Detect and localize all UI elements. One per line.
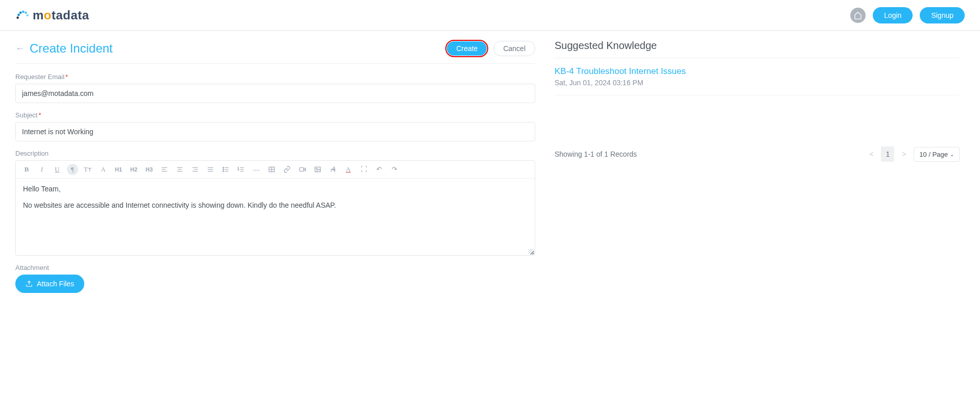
pager-page-current[interactable]: 1 [881, 146, 894, 162]
horizontal-rule-icon[interactable]: — [251, 164, 262, 175]
align-right-icon[interactable] [189, 164, 201, 175]
subject-input[interactable] [15, 122, 535, 141]
video-icon[interactable] [297, 164, 308, 175]
rte-toolbar: B I U ¶ Tᴛ A H1 H2 H3 12 [16, 161, 535, 179]
back-arrow-icon[interactable]: ← [15, 44, 25, 53]
upload-icon [26, 280, 33, 287]
brand-logo: motadata [15, 8, 89, 22]
kb-item-title[interactable]: KB-4 Troubleshoot Internet Issues [555, 66, 960, 77]
fontsize-icon[interactable]: Tᴛ [82, 164, 93, 175]
description-label: Description [15, 150, 535, 157]
ordered-list-icon[interactable]: 12 [235, 164, 247, 175]
bold-icon[interactable]: B [21, 164, 32, 175]
svg-point-35 [316, 168, 317, 169]
paragraph-icon[interactable]: ¶ [67, 164, 78, 175]
align-left-icon[interactable] [159, 164, 170, 175]
subject-label: Subject* [15, 111, 535, 119]
requester-email-input[interactable] [15, 84, 535, 103]
svg-text:2: 2 [238, 168, 240, 171]
description-line1: Hello Team, [23, 185, 528, 193]
svg-point-20 [223, 171, 224, 172]
unordered-list-icon[interactable] [220, 164, 231, 175]
underline-icon[interactable]: U [52, 164, 63, 175]
rich-text-editor: B I U ¶ Tᴛ A H1 H2 H3 12 [15, 160, 535, 256]
pager-prev-icon[interactable]: < [865, 146, 878, 162]
cancel-button[interactable]: Cancel [493, 41, 535, 56]
per-page-select[interactable]: 10 / Page ⌄ [914, 147, 960, 162]
requester-email-label: Requester Email* [15, 73, 535, 81]
svg-point-5 [26, 14, 29, 16]
pager-status: Showing 1-1 of 1 Records [555, 150, 637, 158]
resize-grip-icon[interactable] [529, 249, 534, 254]
svg-marker-33 [304, 168, 305, 171]
suggested-knowledge-title: Suggested Knowledge [555, 36, 960, 58]
kb-item[interactable]: KB-4 Troubleshoot Internet Issues Sat, J… [555, 58, 960, 95]
redo-icon[interactable]: ↷ [389, 164, 400, 175]
create-button[interactable]: Create [447, 41, 487, 56]
description-line2: No websites are accessible and Internet … [23, 201, 528, 209]
per-page-value: 10 / Page [919, 151, 948, 158]
text-color-icon[interactable]: A [343, 164, 354, 175]
svg-point-0 [16, 16, 19, 19]
clear-format-icon[interactable]: A̶ [327, 164, 339, 175]
svg-point-1 [17, 13, 20, 16]
pager-next-icon[interactable]: > [897, 146, 911, 162]
svg-point-2 [19, 11, 22, 14]
home-icon[interactable] [850, 8, 866, 23]
svg-point-19 [223, 169, 224, 170]
align-justify-icon[interactable] [205, 164, 216, 175]
table-icon[interactable] [266, 164, 277, 175]
image-icon[interactable] [312, 164, 323, 175]
svg-point-3 [22, 10, 25, 13]
h1-icon[interactable]: H1 [113, 164, 124, 175]
incident-form-column: ← Create Incident Create Cancel Requeste… [10, 31, 540, 301]
create-button-highlight: Create [445, 40, 488, 57]
signup-button[interactable]: Signup [920, 7, 965, 23]
brand-text: motadata [33, 8, 89, 22]
attach-files-button[interactable]: Attach Files [15, 275, 84, 293]
fullscreen-icon[interactable]: ⛶ [358, 164, 369, 175]
h3-icon[interactable]: H3 [144, 164, 155, 175]
login-button[interactable]: Login [873, 7, 913, 23]
h2-icon[interactable]: H2 [128, 164, 139, 175]
pager: < 1 > 10 / Page ⌄ [865, 146, 960, 162]
italic-icon[interactable]: I [36, 164, 47, 175]
align-center-icon[interactable] [174, 164, 185, 175]
attach-files-label: Attach Files [37, 280, 74, 288]
brand-mark-icon [15, 8, 30, 22]
attachment-label: Attachment [15, 264, 535, 272]
chevron-down-icon: ⌄ [950, 152, 954, 157]
suggested-knowledge-column: Suggested Knowledge KB-4 Troubleshoot In… [540, 31, 970, 301]
link-icon[interactable] [281, 164, 293, 175]
svg-rect-32 [300, 168, 304, 171]
description-textarea[interactable]: Hello Team, No websites are accessible a… [16, 179, 535, 255]
page-title: Create Incident [30, 41, 113, 56]
top-actions: Login Signup [850, 7, 965, 23]
top-navigation: motadata Login Signup [0, 0, 980, 31]
svg-point-18 [223, 167, 224, 168]
kb-item-meta: Sat, Jun 01, 2024 03:16 PM [555, 79, 960, 87]
fontfamily-icon[interactable]: A [98, 164, 109, 175]
svg-point-4 [25, 11, 27, 14]
undo-icon[interactable]: ↶ [373, 164, 385, 175]
